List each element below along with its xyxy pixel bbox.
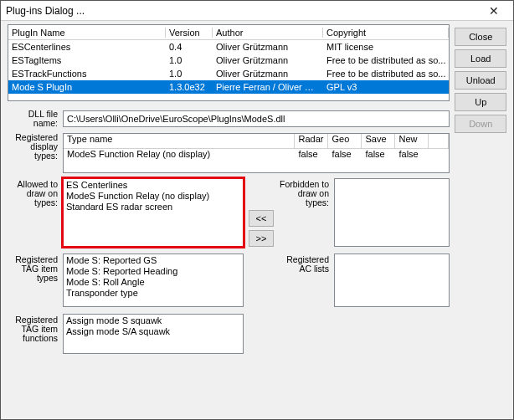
tag-item-types-list[interactable]: Mode S: Reported GS Mode S: Reported Hea… [63, 254, 244, 307]
col-header-new[interactable]: New [395, 134, 429, 148]
col-header-name[interactable]: PlugIn Name [8, 28, 166, 38]
list-item[interactable]: Mode S: Reported GS [66, 255, 240, 266]
dll-file-label: DLL file name: [8, 110, 58, 128]
forbidden-list[interactable] [334, 178, 450, 247]
table-row[interactable]: Mode S PlugIn 1.3.0e32 Pierre Ferran / O… [8, 80, 449, 94]
col-header-radar[interactable]: Radar [295, 134, 328, 148]
list-item[interactable]: ES Centerlines [66, 180, 240, 191]
table-row[interactable]: ESCenterlines 0.4 Oliver Grützmann MIT l… [8, 40, 449, 54]
forbidden-label: Forbidden to draw on types: [279, 178, 329, 247]
ac-lists[interactable] [334, 254, 450, 307]
col-header-save[interactable]: Save [362, 134, 395, 148]
load-button[interactable]: Load [455, 49, 506, 68]
down-button[interactable]: Down [455, 115, 506, 133]
move-left-button[interactable]: << [249, 210, 274, 227]
allowed-label: Allowed to draw on types: [8, 178, 58, 247]
table-row[interactable]: ESTagItems 1.0 Oliver Grützmann Free to … [8, 54, 449, 67]
list-item[interactable]: Transponder type [66, 288, 240, 299]
list-item[interactable]: Mode S: Roll Angle [66, 277, 240, 288]
display-types-label: Registered display types: [8, 133, 58, 161]
col-header-copyright[interactable]: Copyright [323, 28, 449, 38]
list-item[interactable]: Assign mode S squawk [66, 315, 240, 326]
table-row[interactable]: ESTrackFunctions 1.0 Oliver Grützmann Fr… [8, 67, 449, 80]
col-header-author[interactable]: Author [213, 28, 323, 38]
col-header-geo[interactable]: Geo [328, 134, 362, 148]
window-title: Plug-ins Dialog ... [6, 5, 85, 17]
col-header-version[interactable]: Version [166, 28, 213, 38]
display-types-table[interactable]: Type name Radar Geo Save New ModeS Funct… [63, 133, 450, 173]
plugin-table[interactable]: PlugIn Name Version Author Copyright ESC… [8, 24, 450, 101]
unload-button[interactable]: Unload [455, 71, 506, 90]
dll-file-input[interactable]: C:\Users\Olli\OneDrive\EuroScope\PlugIns… [63, 110, 450, 127]
list-item[interactable]: Mode S: Reported Heading [66, 266, 240, 277]
list-item[interactable]: ModeS Function Relay (no display) [66, 191, 240, 202]
close-button[interactable]: Close [455, 28, 506, 46]
col-header-typename[interactable]: Type name [64, 134, 295, 148]
list-item[interactable]: Assign mode S/A squawk [66, 326, 240, 337]
tag-item-functions-list[interactable]: Assign mode S squawk Assign mode S/A squ… [63, 314, 244, 354]
ac-lists-label: Registered AC lists [279, 254, 329, 307]
up-button[interactable]: Up [455, 93, 506, 111]
tag-funcs-label: Registered TAG item functions [8, 314, 58, 354]
list-item[interactable]: Standard ES radar screen [66, 202, 240, 213]
tag-types-label: Registered TAG item types [8, 254, 58, 307]
close-icon[interactable]: ✕ [480, 2, 508, 20]
allowed-list[interactable]: ES Centerlines ModeS Function Relay (no … [63, 178, 244, 247]
table-row[interactable]: ModeS Function Relay (no display) false … [64, 149, 449, 161]
move-right-button[interactable]: >> [249, 230, 274, 247]
